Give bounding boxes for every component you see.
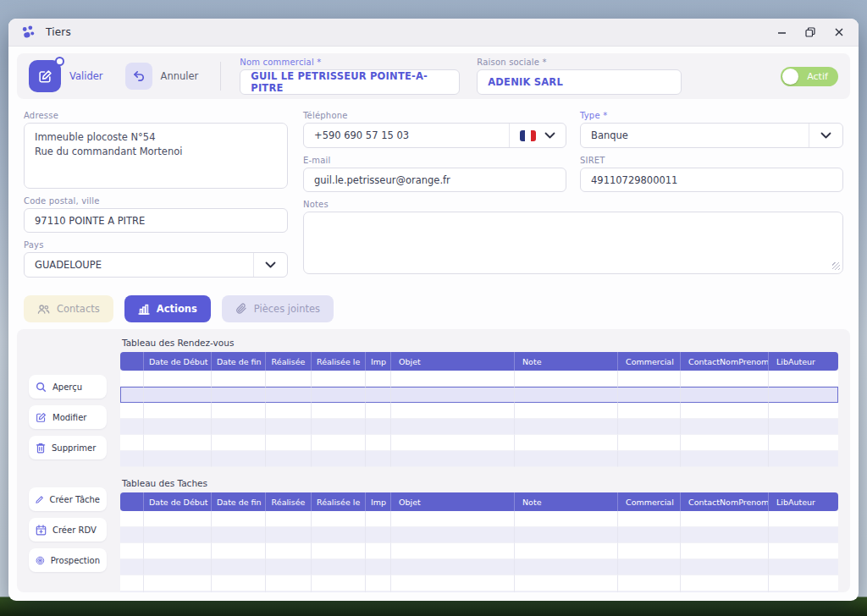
country-code-select[interactable] [509, 124, 566, 147]
email-input[interactable]: guil.le.petrisseur@orange.fr [303, 168, 566, 192]
tab-actions[interactable]: Actions [124, 295, 211, 322]
column-header[interactable]: Note [515, 352, 618, 371]
pencil-icon [36, 494, 43, 505]
table-row[interactable] [120, 451, 838, 467]
table-cell [391, 403, 515, 419]
actions-panel: Aperçu Modifier Supprimer Créer Tâche [17, 329, 850, 592]
column-header[interactable] [120, 492, 144, 511]
adresse-textarea[interactable]: Immeuble plocoste N°54 Rue du commandant… [24, 123, 288, 189]
raison-sociale-input[interactable]: ADENIK SARL [477, 69, 682, 95]
table-cell [366, 543, 391, 559]
table-row[interactable] [120, 419, 838, 435]
telephone-input[interactable]: +590 690 57 15 03 [303, 123, 566, 148]
table-cell [266, 559, 312, 575]
form-area: Adresse Immeuble plocoste N°54 Rue du co… [17, 99, 850, 289]
column-header[interactable]: Commercial [618, 352, 681, 371]
column-header[interactable]: ContactNomPrenom [681, 492, 769, 511]
table-row[interactable] [120, 371, 838, 387]
apercu-button[interactable]: Aperçu [29, 375, 107, 399]
pays-select[interactable]: GUADELOUPE [24, 252, 288, 278]
column-header[interactable]: Date de Début [144, 352, 212, 371]
column-header[interactable]: Objet [391, 352, 515, 371]
restore-icon[interactable] [803, 25, 818, 40]
tab-bar: Contacts Actions Pièces jointes [17, 289, 850, 322]
prospection-button[interactable]: Prospection [29, 548, 107, 572]
cancel-button[interactable]: Annuler [125, 63, 199, 90]
validate-button[interactable]: Valider [29, 60, 103, 92]
column-header[interactable]: Imp [366, 492, 391, 511]
table-cell [681, 435, 769, 451]
creer-tache-button[interactable]: Créer Tâche [29, 487, 107, 511]
supprimer-button[interactable]: Supprimer [29, 436, 107, 459]
notes-textarea[interactable] [303, 212, 843, 274]
tab-contacts[interactable]: Contacts [24, 295, 113, 322]
column-header[interactable]: Imp [366, 352, 391, 371]
table-cell [618, 575, 681, 591]
column-header[interactable] [120, 352, 144, 371]
table-cell [769, 435, 838, 451]
toggle-knob [782, 69, 798, 85]
active-toggle[interactable]: Actif [781, 67, 838, 86]
table-row[interactable] [120, 543, 838, 559]
siret-label: SIRET [580, 156, 843, 165]
column-header[interactable]: Date de fin [212, 492, 266, 511]
creer-rdv-label: Créer RDV [52, 525, 97, 535]
tab-contacts-label: Contacts [57, 303, 100, 315]
column-header[interactable]: Réalisée [266, 492, 312, 511]
table-cell [266, 419, 312, 435]
modifier-button[interactable]: Modifier [29, 405, 107, 429]
tab-pieces-jointes[interactable]: Pièces jointes [222, 295, 334, 322]
table-cell [515, 527, 618, 543]
column-header[interactable]: Objet [391, 492, 515, 511]
nom-commercial-input[interactable]: GUIL LE PETRISSEUR POINTE-A-PITRE [240, 69, 460, 95]
table-cell [366, 511, 391, 527]
table-row[interactable] [120, 559, 838, 575]
column-header[interactable]: Date de fin [212, 352, 266, 371]
type-select[interactable]: Banque [580, 123, 843, 148]
table-cell [515, 559, 618, 575]
table-cell [681, 371, 769, 387]
column-header[interactable]: LibAuteur [769, 352, 838, 371]
paperclip-icon [235, 303, 247, 315]
table-row[interactable] [120, 387, 838, 403]
resize-handle[interactable] [832, 262, 840, 270]
table-cell [681, 527, 769, 543]
table-row[interactable] [120, 575, 838, 591]
taches-header-row: Date de DébutDate de finRéaliséeRéalisée… [120, 492, 838, 511]
table-cell [144, 371, 212, 387]
table-cell [312, 419, 366, 435]
app-window: Tiers Valider [8, 19, 859, 601]
column-header[interactable]: Commercial [618, 492, 681, 511]
table-cell [120, 591, 144, 592]
table-row[interactable] [120, 591, 838, 592]
siret-input[interactable]: 49110729800011 [580, 168, 843, 192]
email-field: E-mail guil.le.petrisseur@orange.fr [303, 156, 566, 192]
telephone-field: Téléphone +590 690 57 15 03 [303, 111, 566, 148]
table-cell [212, 451, 266, 467]
code-postal-input[interactable]: 97110 POINTE A PITRE [24, 208, 288, 233]
column-header[interactable]: LibAuteur [769, 492, 838, 511]
window-content: Valider Annuler Nom commercial * GUIL LE… [8, 47, 859, 601]
table-cell [681, 575, 769, 591]
code-postal-field: Code postal, ville 97110 POINTE A PITRE [24, 196, 288, 233]
creer-tache-label: Créer Tâche [49, 495, 100, 504]
table-row[interactable] [120, 511, 838, 527]
table-cell [144, 527, 212, 543]
table-cell [144, 403, 212, 419]
close-icon[interactable] [831, 25, 847, 40]
table-cell [515, 403, 618, 419]
table-row[interactable] [120, 435, 838, 451]
table-cell [312, 371, 366, 387]
table-row[interactable] [120, 527, 838, 543]
column-header[interactable]: Réalisée [266, 352, 312, 371]
column-header[interactable]: Note [515, 492, 618, 511]
column-header[interactable]: Réalisée le [312, 352, 366, 371]
minimize-icon[interactable] [774, 25, 789, 40]
column-header[interactable]: ContactNomPrenom [681, 352, 769, 371]
toolbar: Valider Annuler Nom commercial * GUIL LE… [17, 53, 850, 99]
column-header[interactable]: Date de Début [144, 492, 212, 511]
creer-rdv-button[interactable]: Créer RDV [29, 518, 107, 542]
column-header[interactable]: Réalisée le [312, 492, 366, 511]
table-row[interactable] [120, 403, 838, 419]
table-cell [144, 575, 212, 591]
